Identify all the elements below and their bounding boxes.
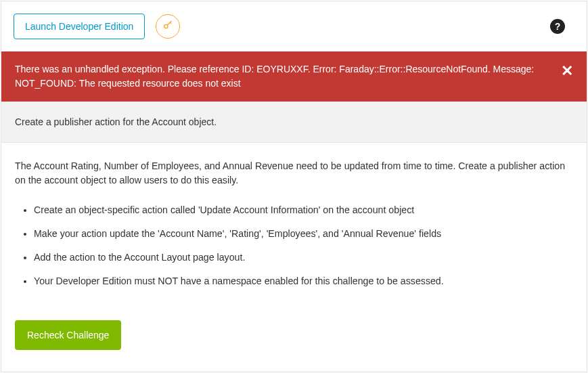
- list-item: Create an object-specific action called …: [34, 203, 573, 217]
- error-message: There was an unhandled exception. Please…: [15, 62, 561, 91]
- launch-developer-edition-button[interactable]: Launch Developer Edition: [14, 14, 145, 39]
- recheck-challenge-button[interactable]: Recheck Challenge: [15, 320, 121, 350]
- error-banner: There was an unhandled exception. Please…: [1, 51, 587, 102]
- close-icon[interactable]: ✕: [561, 62, 573, 79]
- svg-point-0: [164, 24, 168, 28]
- challenge-content: The Account Rating, Number of Employees,…: [1, 143, 587, 364]
- key-icon-button[interactable]: [156, 14, 180, 39]
- list-item: Make your action update the 'Account Nam…: [34, 227, 573, 241]
- requirements-list: Create an object-specific action called …: [15, 203, 573, 289]
- help-icon[interactable]: ?: [550, 19, 565, 34]
- list-item: Add the action to the Account Layout pag…: [34, 250, 573, 265]
- key-icon: [162, 20, 173, 33]
- header-row: Launch Developer Edition ?: [1, 1, 587, 51]
- list-item: Your Developer Edition must NOT have a n…: [34, 274, 573, 288]
- challenge-subtitle: Create a publisher action for the Accoun…: [1, 102, 587, 143]
- challenge-intro: The Account Rating, Number of Employees,…: [15, 159, 573, 188]
- challenge-panel: Launch Developer Edition ? There was an …: [1, 1, 587, 372]
